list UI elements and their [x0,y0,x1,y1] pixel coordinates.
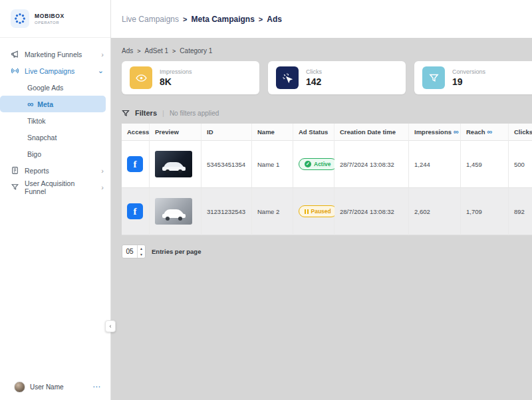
sidebar-item-label: Reports [25,167,49,175]
sidebar-item-label: Live Campaigns [25,67,74,75]
chevron-right-icon: › [101,167,104,175]
column-header-creation-date[interactable]: Creation Date time [334,124,409,141]
column-header-reach[interactable]: Reach ∞ [461,124,509,141]
meta-logo-icon: ∞ [454,128,459,136]
pagination-bar: 05 ▲ ▼ Entries per page [122,245,532,258]
page-header: Live Campaigns > Meta Campaigns > Ads [111,0,532,38]
breadcrumb-ads[interactable]: Ads [267,15,282,24]
sidebar-item-reports[interactable]: Reports › [0,162,110,179]
check-icon: ✓ [305,161,311,167]
stat-value: 19 [452,76,485,87]
sidebar-item-google-ads[interactable]: Google Ads [0,79,110,96]
sidebar-item-user-acquisition-funnel[interactable]: User Acquisition Funnel › [0,179,110,195]
table-row: f 31231232543 Name 2 Paused 28/7/2024 13… [122,188,532,235]
cell-reach: 1,709 [461,188,509,235]
stat-label: Conversions [452,68,485,75]
cell-id: 31231232543 [201,188,252,235]
column-header-label: Reach [466,128,485,136]
cell-preview[interactable] [150,141,201,188]
breadcrumb-live-campaigns[interactable]: Live Campaigns [122,15,179,24]
user-name: User Name [30,383,64,391]
main-area: Live Campaigns > Meta Campaigns > Ads Ad… [111,0,532,400]
stat-label: Impressions [160,68,192,75]
facebook-icon[interactable]: f [127,203,143,219]
cell-access: f [122,141,150,188]
sidebar: MOBIBOX OPERATOR Marketing Funnels › Liv… [0,0,111,400]
cursor-click-icon [276,66,299,89]
more-options-icon[interactable]: ⋯ [92,382,101,391]
stepper-up-icon[interactable]: ▲ [138,245,145,252]
breadcrumb-meta-campaigns[interactable]: Meta Campaigns [191,15,254,24]
column-header-name[interactable]: Name [252,124,293,141]
eye-icon [130,66,152,89]
cell-name: Name 2 [252,188,293,235]
facebook-icon[interactable]: f [127,156,143,172]
column-header-clicks[interactable]: Clicks [509,124,532,141]
sub-item-label: Meta [37,100,53,108]
sub-item-label: Snapchat [27,134,57,142]
cell-id: 53453451354 [201,141,252,188]
report-document-icon [10,166,19,175]
filters-bar: Filters | No filters applied [122,109,532,117]
sub-breadcrumb-ads[interactable]: Ads [122,47,133,54]
filters-status-text: No filters applied [170,110,219,117]
breadcrumb-separator: > [172,48,176,54]
breadcrumb-separator: > [259,15,263,23]
sidebar-item-meta[interactable]: ∞ Meta [0,96,106,112]
status-label: Paused [311,208,331,215]
sidebar-nav: Marketing Funnels › Live Campaigns ⌄ Goo… [0,38,110,195]
status-label: Active [314,161,331,167]
collapse-chevron-icon: ‹ [110,323,112,330]
column-header-impressions[interactable]: Impressions ∞ [409,124,461,141]
cell-reach: 1,459 [461,141,509,188]
table-header-row: Access Preview ID Name Ad Status Creatio… [122,124,532,141]
cell-creation-date: 28/7/2024 13:08:32 [334,188,409,235]
stat-card-conversions: Conversions 19 [414,61,532,94]
sub-breadcrumb-category[interactable]: Category 1 [180,47,212,54]
funnel-icon [10,183,19,192]
column-header-ad-status[interactable]: Ad Status [293,124,334,141]
stat-cards: Impressions 8K Clicks 142 Conversions [122,61,532,94]
column-header-label: Impressions [414,128,452,136]
stepper-arrows[interactable]: ▲ ▼ [137,245,145,258]
avatar [14,381,25,393]
mobibox-logo-icon [11,9,29,28]
stat-label: Clicks [306,68,322,75]
table-row: f 53453451354 Name 1 ✓ Active 28/7/2024 … [122,141,532,188]
cell-preview[interactable] [150,188,201,235]
sidebar-item-label: User Acquisition Funnel [25,179,96,195]
cell-clicks: 892 [509,188,532,235]
sub-breadcrumb-adset[interactable]: AdSet 1 [145,47,169,54]
broadcast-icon [10,66,19,76]
sidebar-item-snapchat[interactable]: Snapchat [0,129,110,146]
brand-text: MOBIBOX OPERATOR [35,13,65,25]
sidebar-item-live-campaigns[interactable]: Live Campaigns ⌄ [0,62,110,79]
sidebar-item-marketing-funnels[interactable]: Marketing Funnels › [0,46,110,62]
column-header-access[interactable]: Access [122,124,150,141]
sidebar-item-bigo[interactable]: Bigo [0,146,110,162]
brand-subtitle: OPERATOR [35,21,65,25]
entries-value: 05 [122,245,137,258]
status-badge-active: ✓ Active [299,158,337,170]
cell-impressions: 1,244 [409,141,461,188]
ad-preview-image [155,198,192,225]
stat-card-text: Impressions 8K [160,68,192,87]
ad-preview-image [155,151,192,177]
stepper-down-icon[interactable]: ▼ [138,252,145,258]
filters-button[interactable]: Filters [135,109,157,117]
sidebar-item-tiktok[interactable]: Tiktok [0,112,110,129]
stat-value: 142 [306,76,322,87]
user-profile-row[interactable]: User Name ⋯ [0,373,110,400]
breadcrumb-separator: > [183,15,187,23]
sidebar-collapse-button[interactable]: ‹ [105,320,116,332]
sidebar-spacer [0,195,110,373]
entries-per-page-stepper[interactable]: 05 ▲ ▼ [122,245,146,258]
column-header-preview[interactable]: Preview [150,124,201,141]
stat-card-text: Conversions 19 [452,68,485,87]
stat-card-impressions: Impressions 8K [122,61,259,94]
cell-ad-status: ✓ Active [293,141,334,188]
entries-per-page-label: Entries per page [152,248,201,255]
column-header-id[interactable]: ID [201,124,252,141]
content-area: Ads > AdSet 1 > Category 1 Impressions 8… [111,38,532,400]
chevron-right-icon: › [101,183,104,191]
